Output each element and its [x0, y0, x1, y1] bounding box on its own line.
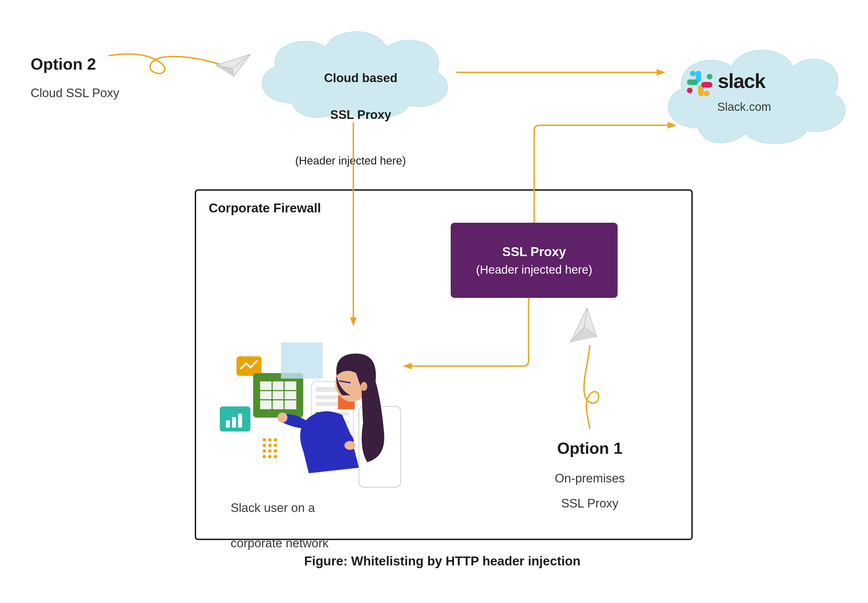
- svg-point-35: [274, 444, 277, 447]
- slack-domain-text: Slack.com: [685, 100, 804, 114]
- firewall-title: Corporate Firewall: [209, 201, 321, 215]
- ssl-proxy-box: SSL Proxy (Header injected here): [451, 223, 618, 298]
- svg-point-39: [263, 455, 266, 458]
- slack-brand-text: slack: [718, 70, 765, 93]
- svg-rect-24: [260, 381, 296, 409]
- svg-rect-1: [687, 79, 698, 85]
- figure-caption: Figure: Whitelisting by HTTP header inje…: [195, 554, 690, 569]
- ssl-box-line1: SSL Proxy: [502, 244, 566, 259]
- svg-point-58: [344, 441, 356, 450]
- svg-marker-11: [657, 69, 666, 76]
- user-caption-line2: corporate network: [231, 536, 328, 550]
- option1-title: Option 1: [534, 439, 646, 458]
- arrow-sslproxy-to-slack: [529, 120, 679, 228]
- svg-point-30: [263, 438, 266, 442]
- svg-point-34: [268, 444, 271, 447]
- svg-point-33: [263, 444, 266, 447]
- svg-point-4: [690, 71, 695, 76]
- svg-point-53: [278, 413, 287, 423]
- squiggle-option1: [567, 342, 612, 431]
- option2-subtitle: Cloud SSL Poxy: [31, 86, 119, 100]
- svg-point-7: [687, 88, 692, 93]
- svg-point-57: [361, 382, 367, 391]
- cloud-proxy-line1: Cloud based: [324, 71, 398, 85]
- svg-point-31: [268, 438, 271, 442]
- cloud-proxy-line2: SSL Proxy: [330, 108, 391, 121]
- option1-line1: On-premises: [534, 471, 646, 485]
- svg-point-36: [263, 449, 266, 453]
- option1-line2: SSL Proxy: [534, 496, 646, 510]
- user-illustration: [211, 312, 429, 490]
- svg-marker-16: [668, 122, 677, 128]
- arrow-cloudproxy-down: [345, 122, 362, 328]
- svg-point-40: [268, 455, 271, 458]
- arrow-cloudproxy-to-slack: [456, 64, 668, 81]
- slack-logo-icon: [685, 68, 715, 99]
- ssl-box-line2: (Header injected here): [476, 263, 592, 277]
- user-caption-line1: Slack user on a: [231, 501, 315, 515]
- paper-plane-icon-option2: [214, 50, 253, 81]
- svg-rect-20: [226, 421, 230, 428]
- svg-point-32: [274, 438, 277, 442]
- cloud-slack: [651, 36, 851, 153]
- svg-rect-3: [701, 82, 712, 88]
- svg-point-6: [704, 91, 709, 96]
- svg-point-37: [268, 449, 271, 453]
- svg-rect-22: [238, 414, 242, 428]
- svg-point-41: [274, 455, 277, 458]
- paper-plane-icon-option1: [562, 306, 601, 345]
- svg-rect-21: [232, 417, 236, 428]
- svg-rect-29: [281, 342, 323, 379]
- diagram-stage: Cloud based SSL Proxy (Header injected h…: [0, 0, 868, 603]
- svg-point-5: [707, 74, 712, 79]
- svg-point-38: [274, 449, 277, 453]
